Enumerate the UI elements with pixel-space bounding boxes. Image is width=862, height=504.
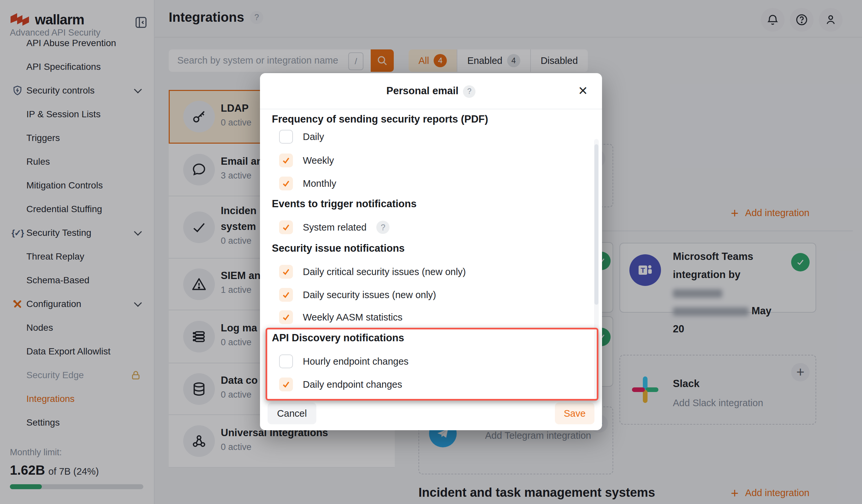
modal-header-divider <box>260 109 602 109</box>
checkbox-checked[interactable] <box>279 288 293 302</box>
modal-help-icon[interactable]: ? <box>463 85 475 98</box>
checkbox-unchecked[interactable] <box>279 355 293 368</box>
app-window: API Abuse Prevention API Specifications … <box>0 0 862 504</box>
checkbox-row-monthly[interactable]: Monthly <box>279 176 337 190</box>
checkbox-label: Daily critical security issues (new only… <box>303 266 466 277</box>
checkbox-checked[interactable] <box>279 310 293 324</box>
modal-section-heading: Security issue notifications <box>272 242 405 254</box>
checkbox-row-daily-security[interactable]: Daily security issues (new only) <box>279 288 436 302</box>
modal-title: Personal email? <box>260 85 602 98</box>
checkbox-label: Daily security issues (new only) <box>303 290 436 301</box>
checkbox-row-daily-endpoint[interactable]: Daily endpoint changes <box>279 377 402 392</box>
personal-email-modal: Personal email? ✕ Frequency of sending s… <box>260 73 602 430</box>
checkbox-row-hourly-endpoint[interactable]: Hourly endpoint changes <box>279 355 408 368</box>
checkbox-checked[interactable] <box>279 176 293 190</box>
checkbox-unchecked[interactable] <box>279 130 293 144</box>
checkbox-label: System related <box>303 222 366 233</box>
checkbox-checked[interactable] <box>279 154 293 167</box>
checkbox-label: Weekly <box>303 155 334 166</box>
close-icon[interactable]: ✕ <box>575 83 591 99</box>
save-button[interactable]: Save <box>555 402 595 424</box>
checkbox-row-daily[interactable]: Daily <box>279 130 324 144</box>
cancel-button[interactable]: Cancel <box>267 402 316 424</box>
checkbox-label: Daily <box>303 131 324 142</box>
modal-scrollbar-thumb[interactable] <box>595 144 598 305</box>
modal-section-heading: API Discovery notifications <box>272 332 404 344</box>
checkbox-label: Hourly endpoint changes <box>303 356 408 367</box>
checkbox-label: Monthly <box>303 178 337 189</box>
checkbox-row-daily-critical[interactable]: Daily critical security issues (new only… <box>279 265 466 279</box>
checkbox-label: Daily endpoint changes <box>303 379 402 390</box>
option-help-icon[interactable]: ? <box>376 221 390 234</box>
checkbox-row-weekly[interactable]: Weekly <box>279 154 334 167</box>
checkbox-checked[interactable] <box>279 221 293 234</box>
checkbox-checked[interactable] <box>279 265 293 279</box>
modal-section-heading: Events to trigger notifications <box>272 198 417 210</box>
modal-section-heading: Frequency of sending security reports (P… <box>272 113 488 125</box>
checkbox-row-system-related[interactable]: System related ? <box>279 221 390 234</box>
checkbox-label: Weekly AASM statistics <box>303 312 402 323</box>
checkbox-checked[interactable] <box>279 377 293 392</box>
checkbox-row-weekly-aasm[interactable]: Weekly AASM statistics <box>279 310 402 324</box>
